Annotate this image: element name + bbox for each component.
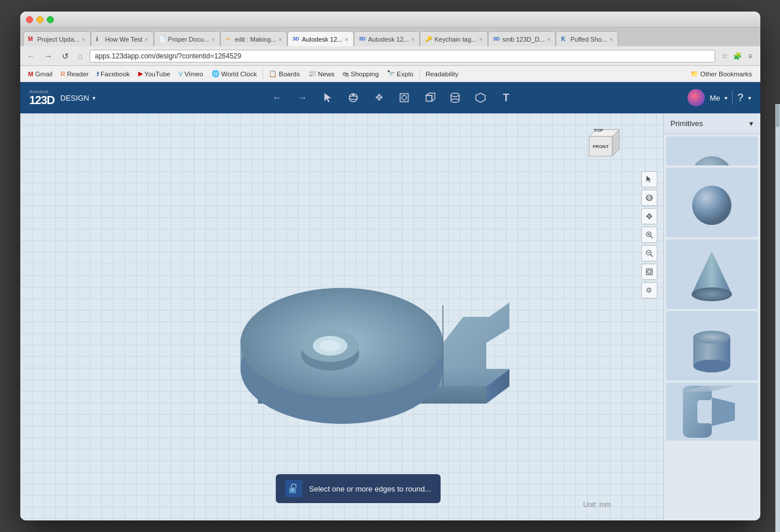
tab-autodesk-active[interactable]: 3D Autodesk 12... × xyxy=(287,31,354,46)
svg-point-22 xyxy=(646,197,652,199)
tab-close-icon[interactable]: × xyxy=(211,36,215,43)
help-button[interactable]: ? xyxy=(737,92,743,104)
bookmark-gmail[interactable]: M Gmail xyxy=(25,69,56,79)
viewport[interactable]: TOP FRONT ✥ xyxy=(20,113,663,520)
bookmark-label: Shopping xyxy=(350,71,379,77)
user-name[interactable]: Me xyxy=(709,94,720,102)
zoom-in-rt-btn[interactable] xyxy=(641,227,657,243)
panel-item-partial[interactable] xyxy=(666,136,758,165)
tab-howwetest[interactable]: ℹ How We Test × xyxy=(91,31,154,46)
tab-close-icon[interactable]: × xyxy=(278,36,282,43)
bookmark-boards[interactable]: 📋 Boards xyxy=(265,69,303,79)
separator xyxy=(263,69,263,79)
bookmark-readability[interactable]: Readability xyxy=(422,69,462,79)
rect-base-top xyxy=(443,302,509,369)
tab-smb[interactable]: 3D smb 123D_D... × xyxy=(488,31,556,46)
explo-icon: 🔭 xyxy=(387,70,395,77)
zoom-out-rt-btn[interactable] xyxy=(641,245,657,261)
pan-tool[interactable]: ✥ xyxy=(369,88,388,107)
cylinder-tool[interactable] xyxy=(446,88,464,107)
tab-favicon: 🔑 xyxy=(425,36,432,43)
bookmarks-bar: M Gmail R Reader f Facebook ▶ YouTube V … xyxy=(20,66,760,82)
user-caret-icon[interactable]: ▾ xyxy=(724,95,727,101)
bookmark-label: Explo xyxy=(397,71,413,77)
tab-close-icon[interactable]: × xyxy=(547,36,550,43)
refresh-button[interactable]: ↺ xyxy=(60,50,71,62)
extension-icon[interactable]: 🧩 xyxy=(733,51,743,61)
bookmark-youtube[interactable]: ▶ YouTube xyxy=(135,69,174,79)
orbit-rt-btn[interactable] xyxy=(641,190,657,206)
bookmark-label: Vimeo xyxy=(184,71,203,77)
svg-point-40 xyxy=(693,331,730,343)
tab-properdocu[interactable]: 📄 Proper Docu... × xyxy=(154,31,220,46)
bookmark-facebook[interactable]: f Facebook xyxy=(93,69,133,79)
select-tool[interactable] xyxy=(319,88,337,107)
tab-label: edit : Making... xyxy=(235,36,276,43)
right-toolbar: ✥ xyxy=(641,171,657,298)
svg-text:✥: ✥ xyxy=(375,93,383,102)
bookmark-news[interactable]: 📰 News xyxy=(305,69,338,79)
panel-caret-icon[interactable]: ▾ xyxy=(749,119,753,128)
bookmark-vimeo[interactable]: V Vimeo xyxy=(175,69,207,79)
back-tool[interactable]: ← xyxy=(268,88,286,107)
logo-123d-text: 123D xyxy=(29,94,55,106)
news-icon: 📰 xyxy=(308,70,316,77)
window-controls xyxy=(26,16,54,23)
maximize-button[interactable] xyxy=(47,16,54,23)
forward-tool[interactable]: → xyxy=(293,88,312,107)
tab-autodesk2[interactable]: 3D Autodesk 12... × xyxy=(354,31,420,46)
back-button[interactable]: ← xyxy=(25,50,38,62)
title-bar xyxy=(20,12,760,28)
settings-rt-btn[interactable]: ⚙ xyxy=(641,282,657,298)
orbit-tool[interactable] xyxy=(344,88,363,107)
panel-item-sphere[interactable] xyxy=(666,168,758,237)
zoom-fit-tool[interactable] xyxy=(395,88,413,107)
bookmark-explo[interactable]: 🔭 Explo xyxy=(383,69,417,79)
address-input[interactable] xyxy=(90,50,715,62)
tab-keychain[interactable]: 🔑 Keychain tag... × xyxy=(420,31,487,46)
panel-item-torus[interactable] xyxy=(666,383,758,441)
box-tool[interactable] xyxy=(420,88,439,107)
minimize-button[interactable] xyxy=(36,16,43,23)
tab-close-icon[interactable]: × xyxy=(82,36,85,43)
bookmark-other[interactable]: 📁 Other Bookmarks xyxy=(687,69,755,79)
address-icons: ☆ 🧩 ≡ xyxy=(720,51,756,61)
tab-favicon: M xyxy=(28,36,35,43)
tab-favicon: 3D xyxy=(359,36,366,43)
header-tools: ← → xyxy=(95,88,687,107)
tab-close-icon[interactable]: × xyxy=(145,36,148,43)
tab-close-icon[interactable]: × xyxy=(411,36,415,43)
tab-gmail[interactable]: M Project Upda... × xyxy=(23,31,91,46)
select-rt-btn[interactable] xyxy=(641,171,657,187)
hexagon-tool[interactable] xyxy=(471,88,490,107)
tab-close-icon[interactable]: × xyxy=(479,36,482,43)
svg-point-3 xyxy=(352,94,354,96)
panel-item-cylinder[interactable] xyxy=(666,311,758,380)
tab-label: Autodesk 12... xyxy=(302,36,342,43)
bookmark-shopping[interactable]: 🛍 Shopping xyxy=(339,69,382,79)
forward-button[interactable]: → xyxy=(42,50,55,62)
panel-item-cone[interactable] xyxy=(666,239,758,309)
tab-favicon: 3D xyxy=(493,36,500,43)
tab-puffed[interactable]: K Puffed Sho... × xyxy=(556,31,618,46)
star-icon[interactable]: ☆ xyxy=(720,51,730,61)
menu-icon[interactable]: ≡ xyxy=(745,51,756,61)
bookmark-reader[interactable]: R Reader xyxy=(57,69,93,79)
tab-edit[interactable]: ✏ edit : Making... × xyxy=(220,31,287,46)
close-button[interactable] xyxy=(26,16,33,23)
text-tool[interactable]: T xyxy=(497,88,515,107)
view-cube[interactable]: TOP FRONT xyxy=(578,125,617,164)
tab-close-icon[interactable]: × xyxy=(345,36,348,43)
bookmark-worldclock[interactable]: 🌐 World Clock xyxy=(208,69,261,79)
tab-close-icon[interactable]: × xyxy=(609,36,613,43)
home-button[interactable]: ⌂ xyxy=(76,50,85,62)
tab-label: How We Test xyxy=(105,36,142,43)
fit-rt-btn[interactable] xyxy=(641,264,657,280)
pan-rt-btn[interactable]: ✥ xyxy=(641,208,657,224)
tabs-bar: M Project Upda... × ℹ How We Test × 📄 Pr… xyxy=(20,28,760,46)
svg-marker-0 xyxy=(324,93,331,102)
help-caret-icon[interactable]: ▾ xyxy=(748,95,751,101)
worldclock-icon: 🌐 xyxy=(212,70,220,77)
svg-text:TOP: TOP xyxy=(593,128,603,133)
separator xyxy=(732,91,733,105)
